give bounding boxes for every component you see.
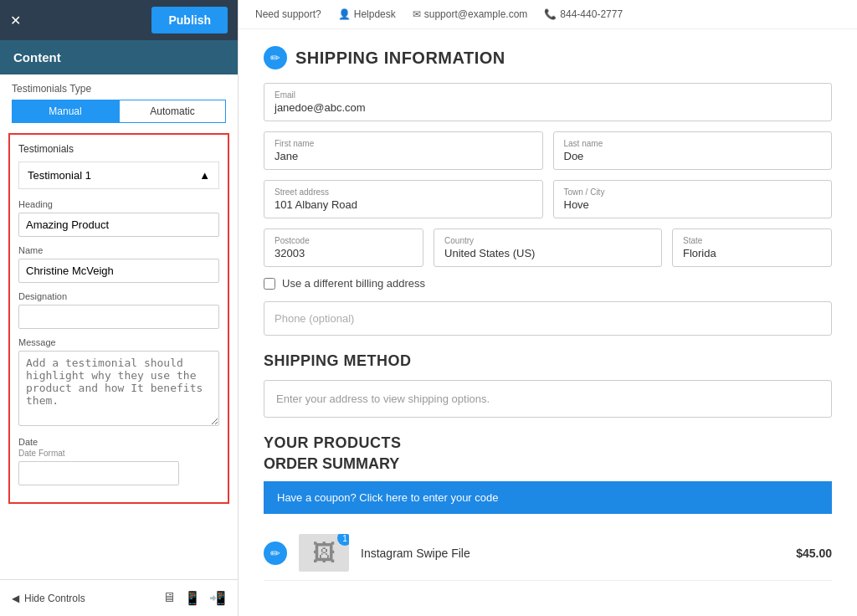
desktop-icon[interactable]: 🖥 [162, 590, 176, 606]
shipping-method-box: Enter your address to view shipping opti… [264, 380, 832, 418]
device-icons: 🖥 📱 📲 [162, 590, 226, 606]
date-label: Date [18, 437, 219, 447]
first-name-label: First name [275, 139, 532, 148]
country-group: Country United States (US) [434, 228, 662, 267]
city-field[interactable]: Town / City Hove [553, 180, 833, 218]
name-field-group: Name [18, 245, 219, 283]
last-name-group: Last name Doe [553, 131, 833, 170]
country-label: Country [444, 236, 651, 245]
city-group: Town / City Hove [553, 180, 833, 218]
toggle-row: Manual Automatic [0, 100, 238, 133]
your-products-heading: YOUR PRODUCTS [264, 434, 832, 452]
message-label: Message [18, 337, 219, 347]
shipping-section-title: ✏ SHIPPING INFORMATION [264, 46, 832, 69]
last-name-label: Last name [564, 139, 822, 148]
testimonial-dropdown-label: Testimonial 1 [28, 169, 91, 182]
designation-label: Designation [18, 291, 219, 301]
testimonial-type-label: Testimonials Type [0, 74, 238, 100]
close-button[interactable]: ✕ [10, 13, 21, 28]
heading-field-group: Heading [18, 199, 219, 237]
person-icon: 👤 [338, 8, 351, 20]
product-price: $45.00 [796, 547, 832, 560]
manual-toggle[interactable]: Manual [12, 100, 119, 123]
country-value: United States (US) [444, 247, 651, 259]
message-textarea[interactable] [18, 351, 219, 426]
heading-input[interactable] [18, 213, 219, 237]
name-row: First name Jane Last name Doe [264, 131, 832, 170]
postcode-field[interactable]: Postcode 32003 [264, 228, 423, 267]
country-field[interactable]: Country United States (US) [434, 228, 662, 267]
phone-link[interactable]: 📞 844-440-2777 [544, 8, 623, 20]
state-value: Florida [683, 247, 821, 259]
panel-content: Content Testimonials Type Manual Automat… [0, 40, 238, 579]
first-name-field[interactable]: First name Jane [264, 131, 543, 170]
helpdesk-link[interactable]: 👤 Helpdesk [338, 8, 396, 20]
street-label: Street address [275, 187, 532, 197]
testimonial-dropdown[interactable]: Testimonial 1 ▲ [18, 162, 219, 189]
hide-controls-label: Hide Controls [24, 593, 85, 604]
date-input[interactable] [18, 461, 179, 485]
support-bar: Need support? 👤 Helpdesk ✉ support@examp… [239, 0, 857, 29]
state-group: State Florida [672, 228, 832, 267]
address-row: Street address 101 Albany Road Town / Ci… [264, 180, 832, 218]
phone-field[interactable]: Phone (optional) [264, 301, 832, 336]
email-label: Email [275, 90, 821, 100]
postcode-group: Postcode 32003 [264, 228, 423, 267]
hide-controls-button[interactable]: ◀ Hide Controls [12, 593, 85, 604]
main-content: ✏ SHIPPING INFORMATION Email janedoe@abc… [239, 29, 857, 604]
publish-button[interactable]: Publish [151, 7, 228, 33]
arrow-left-icon: ◀ [12, 593, 19, 604]
product-image-placeholder: 🖼 [312, 539, 336, 567]
name-input[interactable] [18, 259, 219, 283]
email-link[interactable]: ✉ support@example.com [413, 8, 528, 20]
city-label: Town / City [564, 187, 822, 197]
shipping-edit-icon[interactable]: ✏ [264, 46, 287, 69]
product-row: ✏ 🖼 1 Instagram Swipe File $45.00 [264, 526, 832, 581]
testimonials-label: Testimonials [18, 143, 219, 155]
left-panel: ✕ Publish Content Testimonials Type Manu… [0, 0, 239, 616]
street-value: 101 Albany Road [275, 198, 532, 211]
street-group: Street address 101 Albany Road [264, 180, 543, 218]
order-summary-heading: ORDER SUMMARY [264, 455, 832, 473]
product-edit-icon[interactable]: ✏ [264, 542, 287, 565]
email-group: Email janedoe@abc.com [264, 83, 832, 121]
need-support-text: Need support? [255, 8, 321, 20]
coupon-bar[interactable]: Have a coupon? Click here to enter your … [264, 481, 832, 514]
name-label: Name [18, 245, 219, 255]
right-panel: Need support? 👤 Helpdesk ✉ support@examp… [239, 0, 857, 616]
top-bar: ✕ Publish [0, 0, 238, 40]
mobile-icon[interactable]: 📲 [209, 590, 226, 606]
location-row: Postcode 32003 Country United States (US… [264, 228, 832, 267]
product-edit-icon-wrapper: ✏ [264, 542, 287, 565]
last-name-field[interactable]: Last name Doe [553, 131, 833, 170]
designation-field-group: Designation [18, 291, 219, 329]
shipping-heading: SHIPPING INFORMATION [295, 49, 505, 68]
last-name-value: Doe [564, 150, 822, 162]
state-field[interactable]: State Florida [672, 228, 832, 267]
automatic-toggle[interactable]: Automatic [119, 100, 226, 123]
date-format-label: Date Format [18, 449, 219, 458]
state-label: State [683, 236, 821, 245]
date-field-group: Date Date Format [18, 437, 219, 485]
first-name-group: First name Jane [264, 131, 543, 170]
chevron-up-icon: ▲ [199, 169, 210, 182]
billing-checkbox[interactable] [264, 278, 275, 290]
testimonials-box: Testimonials Testimonial 1 ▲ Heading Nam… [8, 133, 229, 504]
email-value: janedoe@abc.com [275, 101, 821, 114]
postcode-label: Postcode [275, 236, 413, 245]
product-name: Instagram Swipe File [361, 547, 784, 560]
email-field[interactable]: Email janedoe@abc.com [264, 83, 832, 121]
products-section: YOUR PRODUCTS ORDER SUMMARY Have a coupo… [264, 434, 832, 581]
first-name-value: Jane [275, 150, 532, 162]
shipping-method-heading: SHIPPING METHOD [264, 352, 832, 370]
billing-checkbox-row: Use a different billing address [264, 277, 832, 290]
heading-label: Heading [18, 199, 219, 209]
product-thumbnail: 🖼 1 [299, 534, 349, 572]
street-field[interactable]: Street address 101 Albany Road [264, 180, 543, 218]
content-header: Content [0, 40, 238, 74]
billing-checkbox-label: Use a different billing address [282, 277, 425, 290]
phone-icon: 📞 [544, 8, 557, 20]
tablet-icon[interactable]: 📱 [184, 590, 201, 606]
postcode-value: 32003 [275, 247, 413, 259]
designation-input[interactable] [18, 305, 219, 329]
